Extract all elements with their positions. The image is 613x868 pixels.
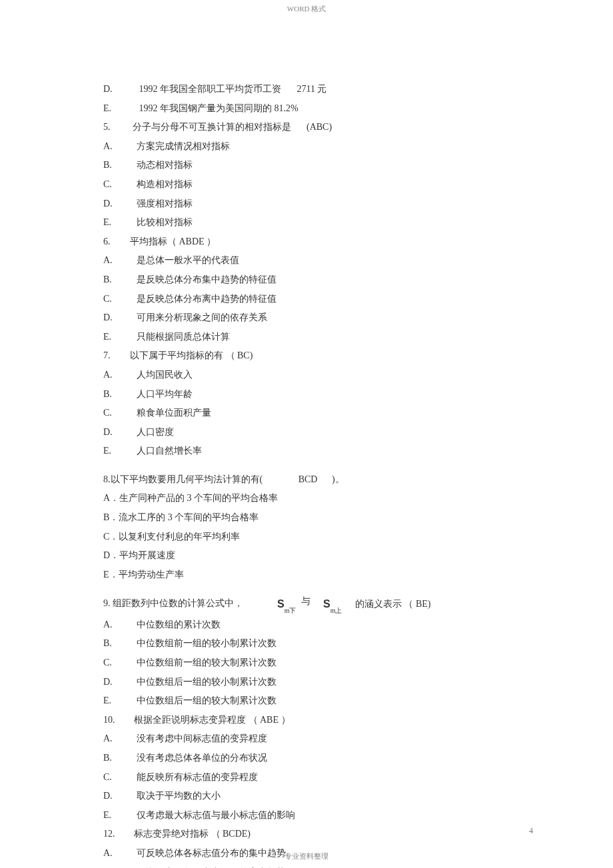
question-label: 5.: [103, 119, 122, 137]
option-label: D.: [103, 195, 122, 213]
question-stem: 8.以下平均数要用几何平均法计算的有(: [103, 474, 263, 484]
option-c: C.粮食单位面积产量: [103, 404, 513, 422]
option-b: B.人口平均年龄: [103, 386, 513, 404]
question-label: 6.: [103, 233, 122, 251]
option-label: D.: [103, 673, 122, 691]
question-9: 9. 组距数列中位数的计算公式中， Sm下 与 Sm上 的涵义表示 （ BE): [103, 594, 513, 614]
option-label: B.: [103, 157, 122, 175]
document-body: D. 1992 年我国全部职工平均货币工资 2711 元 E. 1992 年我国…: [103, 81, 513, 868]
question-6: 6.平均指标（ ABDE ）: [103, 233, 513, 251]
formula-mid-text: 与: [301, 596, 310, 606]
option-label: E.: [103, 100, 122, 118]
question-text: 分子与分母不可互换计算的相对指标是: [133, 122, 291, 132]
question-8: 8.以下平均数要用几何平均法计算的有( BCD )。: [103, 471, 513, 489]
option-label: D.: [103, 81, 122, 99]
option-label: E.: [103, 442, 122, 460]
symbol-sub: m下: [285, 604, 297, 617]
option-d: D. 1992 年我国全部职工平均货币工资 2711 元: [103, 81, 513, 99]
option-a: A.中位数组的累计次数: [103, 616, 513, 634]
option-text: 没有考虑中间标志值的变异程度: [137, 733, 267, 743]
option-d: D．平均开展速度: [103, 547, 513, 565]
option-label: B.: [103, 386, 122, 404]
question-label: 7.: [103, 347, 122, 365]
option-text: 比较相对指标: [137, 217, 193, 227]
question-stem-end: 的涵义表示 （ BE): [355, 599, 431, 609]
symbol-main: S: [323, 594, 330, 614]
option-text: 中位数组后一组的较小制累计次数: [137, 677, 277, 687]
page-header: WORD 格式: [0, 0, 613, 14]
option-a: A.人均国民收入: [103, 366, 513, 384]
option-label: A.: [103, 366, 122, 384]
question-text: 标志变异绝对指标 （ BCDE): [134, 829, 251, 839]
page-footer: 专业资料整理: [0, 851, 613, 861]
option-text: 1992 年我国全部职工平均货币工资: [139, 84, 282, 94]
option-text: 强度相对指标: [137, 199, 193, 209]
question-7: 7.以下属于平均指标的有 （ BC): [103, 347, 513, 365]
option-label: A.: [103, 252, 122, 270]
question-text: 以下属于平均指标的有 （ BC): [130, 350, 253, 360]
page-number: 4: [529, 826, 533, 836]
formula-symbol: Sm下: [277, 594, 296, 614]
symbol-main: S: [277, 594, 285, 614]
option-e: E.仅考虑最大标志值与最小标志值的影响: [103, 807, 513, 825]
option-text: 人口平均年龄: [137, 389, 193, 399]
question-stem-end: )。: [332, 474, 344, 484]
option-text: 中位数组前一组的较小制累计次数: [137, 638, 277, 648]
option-e: E.人口自然增长率: [103, 442, 513, 460]
option-text: 仅考虑最大标志值与最小标志值的影响: [137, 810, 295, 820]
question-text: 平均指标（ ABDE ）: [130, 236, 216, 246]
question-5: 5. 分子与分母不可互换计算的相对指标是 (ABC): [103, 119, 513, 137]
option-c: C.是反映总体分布离中趋势的特征值: [103, 290, 513, 308]
question-text: 根据全距说明标志变异程度 （ ABE ）: [134, 715, 291, 725]
option-label: E.: [103, 328, 122, 346]
option-c: C.中位数组前一组的较大制累计次数: [103, 654, 513, 672]
option-label: C.: [103, 176, 122, 194]
option-b: B.动态相对指标: [103, 157, 513, 175]
option-label: D.: [103, 424, 122, 442]
question-label: 10.: [103, 711, 126, 729]
option-label: B.: [103, 271, 122, 289]
option-label: C.: [103, 290, 122, 308]
option-e: E. 1992 年我国钢产量为美国同期的 81.2%: [103, 100, 513, 118]
question-12: 12.标志变异绝对指标 （ BCDE): [103, 825, 513, 843]
symbol-sub: m上: [330, 604, 342, 617]
option-e: E.中位数组后一组的较大制累计次数: [103, 692, 513, 710]
option-b: B.可说明变量数列中变量值的离中趋势: [103, 864, 513, 868]
option-text: 1992 年我国钢产量为美国同期的 81.2%: [139, 103, 299, 113]
option-label: D.: [103, 309, 122, 327]
option-d: D.中位数组后一组的较小制累计次数: [103, 673, 513, 691]
option-text: 中位数组后一组的较大制累计次数: [137, 695, 277, 705]
option-a: A.是总体一般水平的代表值: [103, 252, 513, 270]
option-b: B.没有考虑总体各单位的分布状况: [103, 749, 513, 767]
option-d: D.强度相对指标: [103, 195, 513, 213]
option-text: 中位数组的累计次数: [137, 620, 221, 630]
option-label: B.: [103, 864, 122, 868]
option-c: C.能反映所有标志值的变异程度: [103, 769, 513, 787]
option-label: A.: [103, 616, 122, 634]
option-text: 只能根据同质总体计算: [137, 332, 230, 342]
option-text: 没有考虑总体各单位的分布状况: [137, 753, 267, 763]
option-label: B.: [103, 749, 122, 767]
option-tail: 2711 元: [297, 84, 327, 94]
option-c: C．以复利支付利息的年平均利率: [103, 528, 513, 546]
option-text: 是反映总体分布集中趋势的特征值: [137, 274, 277, 284]
option-a: A.方案完成情况相对指标: [103, 138, 513, 156]
option-text: 人均国民收入: [137, 370, 193, 380]
option-text: 方案完成情况相对指标: [137, 141, 230, 151]
option-a: A.没有考虑中间标志值的变异程度: [103, 730, 513, 748]
option-label: E.: [103, 807, 122, 825]
option-text: 取决于平均数的大小: [137, 791, 221, 801]
option-label: A.: [103, 138, 122, 156]
option-label: B.: [103, 635, 122, 653]
option-e: E.比较相对指标: [103, 214, 513, 232]
option-text: 能反映所有标志值的变异程度: [137, 772, 258, 782]
option-text: 人口自然增长率: [137, 446, 202, 456]
option-text: 构造相对指标: [137, 179, 193, 189]
option-text: 粮食单位面积产量: [137, 408, 211, 418]
formula-symbol: Sm上: [323, 594, 342, 614]
option-label: C.: [103, 404, 122, 422]
option-text: 是总体一般水平的代表值: [137, 255, 239, 265]
option-label: C.: [103, 654, 122, 672]
question-answer: (ABC): [306, 122, 332, 132]
option-text: 是反映总体分布离中趋势的特征值: [137, 294, 277, 304]
